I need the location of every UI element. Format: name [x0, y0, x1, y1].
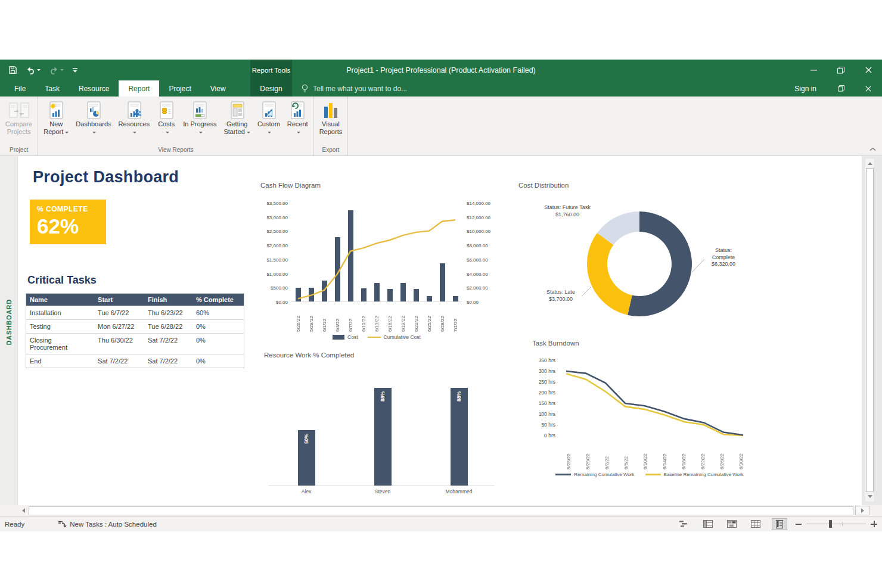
chart-title: Task Burndown	[532, 340, 763, 347]
sheet-view-button[interactable]	[748, 518, 763, 530]
report-side-strip: DASHBOARD	[0, 156, 18, 505]
tab-project[interactable]: Project	[159, 80, 200, 97]
minimize-button[interactable]	[800, 60, 827, 80]
tab-report[interactable]: Report	[119, 80, 159, 97]
team-planner-view-button[interactable]	[724, 518, 740, 530]
x-tick-label: Alex	[302, 489, 312, 494]
gantt-chart-view-button[interactable]	[676, 518, 692, 530]
tab-file[interactable]: File	[5, 80, 35, 97]
report-view-button[interactable]	[772, 518, 787, 530]
scroll-right-icon[interactable]	[855, 506, 869, 515]
axis-tick-label: $4,000.00	[467, 272, 488, 277]
tab-view[interactable]: View	[201, 80, 235, 97]
zoom-out-icon[interactable]	[796, 524, 802, 525]
customize-qat-icon[interactable]	[72, 67, 78, 73]
recent-button[interactable]: Recent	[284, 98, 312, 136]
axis-tick-label: $10,000.00	[467, 229, 490, 234]
save-icon[interactable]	[8, 66, 17, 74]
scroll-down-icon[interactable]	[865, 492, 874, 501]
scroll-up-icon[interactable]	[865, 159, 874, 168]
new-report-button[interactable]: NewReport	[40, 98, 72, 136]
zoom-track[interactable]	[806, 524, 866, 524]
axis-tick-label: 100 hrs	[539, 411, 555, 417]
undo-icon[interactable]	[26, 66, 41, 74]
report-area: DASHBOARD Project Dashboard % COMPLETE 6…	[0, 156, 882, 505]
getting-started-button[interactable]: GettingStarted	[220, 98, 253, 136]
table-row: EndSat 7/2/22Sat 7/2/220%	[26, 354, 244, 368]
zoom-tick	[842, 522, 843, 526]
dashboard-canvas: Project Dashboard % COMPLETE 62% Critica…	[18, 156, 862, 505]
table-cell: Sat 7/2/22	[94, 354, 144, 368]
x-tick-label: 6/1/22	[322, 304, 327, 332]
axis-tick-label: $3,500.00	[266, 201, 288, 206]
x-tick-label: 6/14/22	[662, 438, 667, 469]
right-axis: $14,000.00$12,000.00$10,000.00$8,000.00$…	[462, 203, 498, 302]
table-cell: End	[26, 354, 95, 368]
axis-tick-label: $1,500.00	[266, 257, 288, 263]
vertical-scrollbar[interactable]	[865, 158, 875, 502]
table-cell: 0%	[192, 320, 244, 334]
dropdown-caret-icon	[92, 132, 96, 133]
axis-tick-label: 250 hrs	[539, 379, 555, 385]
x-tick-label: 6/22/22	[414, 304, 419, 332]
close-button[interactable]	[855, 60, 882, 80]
x-tick-label: 6/28/22	[440, 304, 445, 332]
x-tick-label: Steven	[375, 489, 390, 494]
percent-complete-card: % COMPLETE 62%	[30, 200, 106, 244]
button-label: Visual	[322, 120, 340, 128]
dropdown-caret-icon	[65, 132, 69, 133]
task-usage-view-button[interactable]	[700, 518, 716, 530]
new-tasks-icon	[58, 521, 67, 528]
x-tick-label: 6/10/22	[642, 438, 648, 469]
cumulative-line	[291, 203, 462, 302]
axis-tick-label: 50 hrs	[541, 422, 555, 428]
tell-me-box[interactable]: Tell me what you want to do...	[301, 80, 407, 97]
legend: Remaining Cumulative WorkBaseline Remain…	[548, 472, 751, 477]
vertical-scroll-thumb[interactable]	[866, 168, 874, 492]
cost-distribution-chart: Cost DistributionStatus: Complete$6,320.…	[518, 182, 775, 335]
restore-button[interactable]	[827, 60, 855, 80]
axis-tick-label: $2,500.00	[266, 229, 288, 234]
custom-button[interactable]: Custom	[254, 98, 284, 136]
ribbon-group-view-reports: NewReportDashboardsResourcesCostsIn Prog…	[38, 97, 313, 155]
visual-reports-button[interactable]: VisualReports	[316, 98, 346, 136]
horizontal-scroll-track[interactable]	[29, 506, 853, 515]
collapse-ribbon-icon[interactable]	[869, 143, 876, 154]
recent-icon	[288, 100, 306, 120]
tab-task[interactable]: Task	[35, 80, 69, 97]
in-progress-button[interactable]: In Progress	[179, 98, 220, 136]
dashboards-icon	[85, 100, 103, 120]
tell-me-placeholder: Tell me what you want to do...	[313, 85, 407, 93]
percent-complete-value: 62%	[37, 214, 106, 238]
zoom-in-icon[interactable]	[871, 521, 877, 527]
x-axis-labels: 5/26/225/29/226/1/226/4/226/7/226/10/226…	[291, 304, 462, 332]
legend-item: Baseline Remaining Cumulative Work	[645, 472, 744, 477]
table-cell: 0%	[192, 354, 244, 368]
ready-status: Ready	[5, 521, 24, 528]
zoom-slider[interactable]	[796, 521, 877, 527]
screenshot-page: Report Tools Project1 - Project Professi…	[0, 0, 882, 588]
table-cell: 60%	[192, 306, 244, 320]
in-progress-icon	[191, 100, 209, 120]
close-window-icon[interactable]	[855, 80, 882, 97]
sign-in-button[interactable]: Sign in	[794, 85, 816, 93]
axis-tick-label: $6,000.00	[467, 257, 488, 263]
bar-steven: 88%	[374, 388, 392, 486]
x-tick-label: 6/18/22	[681, 438, 687, 469]
page-title: Project Dashboard	[33, 168, 179, 186]
x-tick-label: 5/29/22	[309, 304, 314, 332]
axis-tick-label: $8,000.00	[467, 243, 488, 248]
zoom-thumb[interactable]	[829, 520, 832, 528]
restore-window-icon[interactable]	[827, 80, 855, 97]
dashboards-button[interactable]: Dashboards	[72, 98, 114, 136]
tab-design[interactable]: Design	[250, 80, 292, 97]
scroll-left-icon[interactable]	[18, 506, 29, 515]
button-label-2: Started	[223, 128, 250, 136]
axis-tick-label: 0 hrs	[544, 433, 555, 438]
tab-resource[interactable]: Resource	[69, 80, 119, 97]
axis-tick-label: $0.00	[467, 300, 479, 305]
new-tasks-mode[interactable]: New Tasks : Auto Scheduled	[58, 521, 157, 528]
resources-button[interactable]: Resources	[115, 98, 154, 136]
costs-button[interactable]: Costs	[153, 98, 179, 136]
x-tick-label: 6/10/22	[361, 304, 367, 332]
